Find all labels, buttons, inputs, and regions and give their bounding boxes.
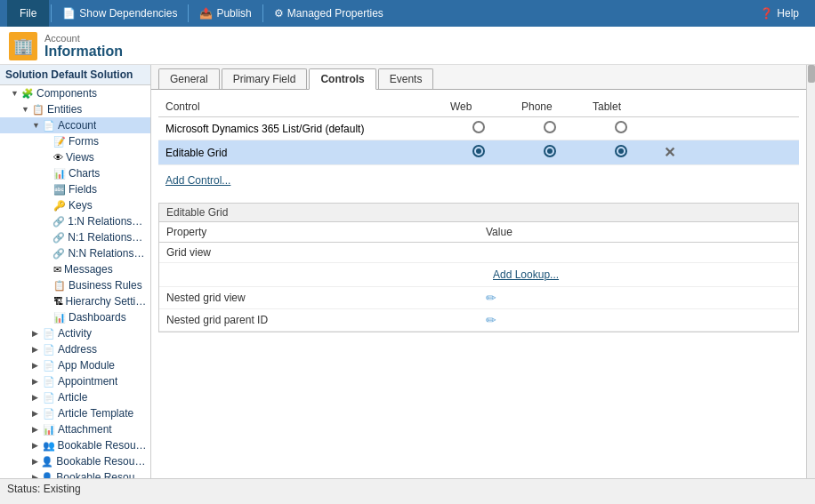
control-name-cell-1: Editable Grid bbox=[158, 140, 443, 165]
tree-label: Bookable Resource ... bbox=[56, 471, 147, 478]
sidebar-item-dashboards[interactable]: 📊Dashboards bbox=[0, 309, 150, 325]
controls-table-header: Control Web Phone Tablet bbox=[158, 97, 799, 117]
edit-nested-parent-button[interactable]: ✏ bbox=[486, 313, 496, 327]
sidebar-item-forms[interactable]: 📝Forms bbox=[0, 133, 150, 149]
tree-label: Hierarchy Settin... bbox=[66, 295, 147, 308]
sidebar-item-app-module[interactable]: ▶📄App Module bbox=[0, 357, 150, 373]
toolbar-separator-2 bbox=[188, 4, 189, 22]
controls-row-1: Editable Grid✕ bbox=[158, 140, 799, 165]
tree-label: Business Rules bbox=[69, 279, 142, 292]
tree-icon: 🔑 bbox=[53, 200, 66, 212]
prop-value-grid-view bbox=[479, 243, 798, 263]
sidebar-item-account[interactable]: ▼📄Account bbox=[0, 117, 150, 133]
sidebar-item-activity[interactable]: ▶📄Activity bbox=[0, 325, 150, 341]
publish-button[interactable]: 📤 Publish bbox=[190, 0, 260, 27]
sidebar-item-biz-rules[interactable]: 📋Business Rules bbox=[0, 277, 150, 293]
web-cell-0[interactable] bbox=[443, 117, 514, 140]
tree-arrow: ▼ bbox=[11, 89, 21, 98]
remove-cell-1[interactable]: ✕ bbox=[657, 140, 799, 165]
sidebar-item-keys[interactable]: 🔑Keys bbox=[0, 197, 150, 213]
tree-label: Appointment bbox=[58, 375, 117, 388]
edit-nested-view-button[interactable]: ✏ bbox=[486, 291, 496, 305]
prop-name-lookup bbox=[159, 263, 479, 287]
sidebar-item-views[interactable]: 👁Views bbox=[0, 149, 150, 165]
managed-properties-button[interactable]: ⚙ Managed Properties bbox=[265, 0, 392, 27]
tree-arrow: ▶ bbox=[32, 473, 41, 478]
sidebar-item-article-template[interactable]: ▶📄Article Template bbox=[0, 405, 150, 421]
help-icon: ❓ bbox=[760, 7, 773, 20]
sidebar-item-fields[interactable]: 🔤Fields bbox=[0, 181, 150, 197]
show-dependencies-icon: 📄 bbox=[62, 7, 76, 20]
main-area: Solution Default Solution ▼🧩Components▼📋… bbox=[0, 65, 815, 478]
tree-icon: 📊 bbox=[53, 168, 66, 180]
sidebar-item-components[interactable]: ▼🧩Components bbox=[0, 85, 150, 101]
controls-row-0: Microsoft Dynamics 365 List/Grid (defaul… bbox=[158, 117, 799, 140]
publish-icon: 📤 bbox=[199, 7, 213, 20]
tab-controls[interactable]: Controls bbox=[309, 68, 375, 90]
sidebar-item-hier-set[interactable]: 🏗Hierarchy Settin... bbox=[0, 293, 150, 309]
add-control-link[interactable]: Add Control... bbox=[158, 171, 238, 190]
sidebar-item-appointment[interactable]: ▶📄Appointment bbox=[0, 373, 150, 389]
sidebar-item-nn-rel[interactable]: 🔗N:N Relationshi... bbox=[0, 245, 150, 261]
tree-label: Bookable Resource ... bbox=[56, 455, 147, 468]
tree-arrow: ▶ bbox=[32, 345, 43, 354]
phone-cell-0[interactable] bbox=[514, 117, 585, 140]
tablet-cell-1[interactable] bbox=[585, 140, 657, 165]
sidebar-item-entities[interactable]: ▼📋Entities bbox=[0, 101, 150, 117]
tree-arrow: ▶ bbox=[32, 377, 43, 386]
tablet-cell-0[interactable] bbox=[585, 117, 657, 140]
prop-name-grid-view: Grid view bbox=[159, 243, 479, 263]
tree-icon: 📄 bbox=[43, 360, 55, 372]
remove-cell-0 bbox=[657, 117, 799, 140]
col-phone-header: Phone bbox=[514, 97, 585, 117]
tree-arrow: ▼ bbox=[32, 121, 43, 130]
toolbar: File 📄 Show Dependencies 📤 Publish ⚙ Man… bbox=[0, 0, 815, 27]
sidebar-item-charts[interactable]: 📊Charts bbox=[0, 165, 150, 181]
property-table-header: Property Value bbox=[159, 222, 798, 243]
tree-label: Article bbox=[58, 391, 87, 404]
tree-label: Keys bbox=[69, 199, 93, 212]
remove-control-button[interactable]: ✕ bbox=[664, 145, 675, 160]
tree-icon: 👥 bbox=[43, 440, 55, 452]
col-control-header: Control bbox=[158, 97, 443, 117]
sidebar-item-bookable-resource3[interactable]: ▶👤Bookable Resource ... bbox=[0, 469, 150, 478]
property-section-title: Editable Grid bbox=[159, 204, 798, 222]
page-title: Information bbox=[44, 44, 123, 60]
sidebar-item-address[interactable]: ▶📄Address bbox=[0, 341, 150, 357]
tree-arrow: ▼ bbox=[21, 105, 32, 114]
prop-row-lookup: Add Lookup... bbox=[159, 263, 798, 287]
web-cell-1[interactable] bbox=[443, 140, 514, 165]
prop-value-lookup: Add Lookup... bbox=[479, 263, 798, 287]
phone-cell-1[interactable] bbox=[514, 140, 585, 165]
status-text: Status: Existing bbox=[7, 483, 81, 495]
entity-icon: 🏢 bbox=[9, 32, 37, 60]
sidebar-item-n1-rel[interactable]: 🔗N:1 Relationships bbox=[0, 229, 150, 245]
tree-label: Bookable Resource bbox=[58, 439, 147, 452]
tree-icon: 🔤 bbox=[53, 184, 66, 196]
tree-arrow: ▶ bbox=[32, 329, 43, 338]
show-dependencies-button[interactable]: 📄 Show Dependencies bbox=[53, 0, 186, 27]
controls-table: Control Web Phone Tablet Microsoft Dynam… bbox=[158, 97, 799, 165]
add-lookup-link[interactable]: Add Lookup... bbox=[486, 267, 566, 283]
tree-label: App Module bbox=[58, 359, 115, 372]
help-button[interactable]: ❓ Help bbox=[751, 0, 808, 27]
right-scrollbar[interactable] bbox=[806, 65, 815, 478]
tree-arrow: ▶ bbox=[32, 393, 43, 402]
property-section: Editable Grid Property Value Grid viewAd… bbox=[158, 203, 799, 332]
sidebar-item-attachment[interactable]: ▶📊Attachment bbox=[0, 421, 150, 437]
tab-events[interactable]: Events bbox=[378, 68, 434, 89]
tree-label: Article Template bbox=[58, 407, 133, 420]
file-button[interactable]: File bbox=[7, 0, 49, 27]
sidebar-item-bookable-resource2[interactable]: ▶👤Bookable Resource ... bbox=[0, 453, 150, 469]
sidebar-item-messages[interactable]: ✉Messages bbox=[0, 261, 150, 277]
tab-general[interactable]: General bbox=[158, 68, 220, 89]
tab-content: Control Web Phone Tablet Microsoft Dynam… bbox=[151, 90, 806, 478]
sidebar-item-article[interactable]: ▶📄Article bbox=[0, 389, 150, 405]
tree-icon: 👁 bbox=[53, 152, 63, 163]
tree-icon: 👤 bbox=[41, 456, 53, 468]
tree-label: Forms bbox=[69, 135, 99, 148]
sidebar-item-bookable-resource[interactable]: ▶👥Bookable Resource bbox=[0, 437, 150, 453]
sidebar-item-1n-rel[interactable]: 🔗1:N Relationships bbox=[0, 213, 150, 229]
tab-primary-field[interactable]: Primary Field bbox=[222, 68, 308, 89]
tree-icon: 📊 bbox=[43, 424, 55, 436]
